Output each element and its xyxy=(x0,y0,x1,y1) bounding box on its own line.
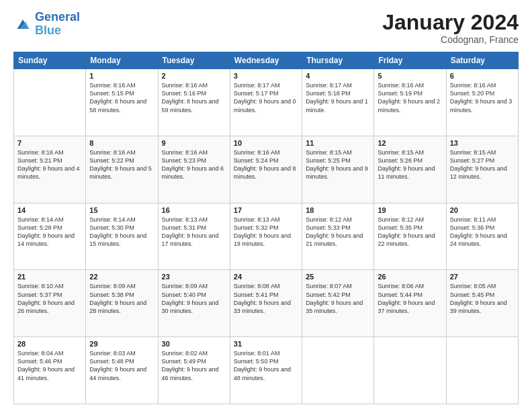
calendar-cell: 28Sunrise: 8:04 AM Sunset: 5:46 PM Dayli… xyxy=(14,337,86,404)
day-number: 31 xyxy=(234,340,298,348)
week-row: 21Sunrise: 8:10 AM Sunset: 5:37 PM Dayli… xyxy=(14,270,519,337)
calendar-cell: 22Sunrise: 8:09 AM Sunset: 5:38 PM Dayli… xyxy=(86,270,158,337)
day-number: 13 xyxy=(450,139,515,147)
cell-info: Sunrise: 8:13 AM Sunset: 5:32 PM Dayligh… xyxy=(234,216,298,248)
calendar-cell: 19Sunrise: 8:12 AM Sunset: 5:35 PM Dayli… xyxy=(374,203,446,270)
cell-info: Sunrise: 8:01 AM Sunset: 5:50 PM Dayligh… xyxy=(234,349,298,382)
day-number: 2 xyxy=(162,72,226,80)
day-number: 23 xyxy=(162,273,226,281)
day-number: 15 xyxy=(89,206,154,214)
day-number: 8 xyxy=(89,139,154,147)
cell-info: Sunrise: 8:04 AM Sunset: 5:46 PM Dayligh… xyxy=(17,349,82,382)
calendar-cell: 8Sunrise: 8:16 AM Sunset: 5:22 PM Daylig… xyxy=(86,136,158,203)
header-day-thursday: Thursday xyxy=(302,52,374,69)
cell-info: Sunrise: 8:16 AM Sunset: 5:19 PM Dayligh… xyxy=(378,81,442,114)
calendar-cell: 10Sunrise: 8:16 AM Sunset: 5:24 PM Dayli… xyxy=(230,136,302,203)
cell-info: Sunrise: 8:08 AM Sunset: 5:41 PM Dayligh… xyxy=(234,282,298,315)
day-number: 4 xyxy=(306,72,370,80)
calendar-cell: 4Sunrise: 8:17 AM Sunset: 5:18 PM Daylig… xyxy=(302,69,374,136)
calendar-cell: 6Sunrise: 8:16 AM Sunset: 5:20 PM Daylig… xyxy=(446,69,518,136)
day-number: 24 xyxy=(234,273,298,281)
day-number: 12 xyxy=(378,139,442,147)
day-number: 30 xyxy=(162,340,226,348)
day-number: 19 xyxy=(378,206,442,214)
calendar-cell: 24Sunrise: 8:08 AM Sunset: 5:41 PM Dayli… xyxy=(230,270,302,337)
cell-info: Sunrise: 8:07 AM Sunset: 5:42 PM Dayligh… xyxy=(306,282,370,315)
cell-info: Sunrise: 8:15 AM Sunset: 5:27 PM Dayligh… xyxy=(450,148,515,181)
cell-info: Sunrise: 8:06 AM Sunset: 5:44 PM Dayligh… xyxy=(378,282,442,315)
calendar-cell: 11Sunrise: 8:15 AM Sunset: 5:25 PM Dayli… xyxy=(302,136,374,203)
calendar-cell: 30Sunrise: 8:02 AM Sunset: 5:49 PM Dayli… xyxy=(158,337,230,404)
day-number: 18 xyxy=(306,206,370,214)
location: Codognan, France xyxy=(382,34,519,45)
calendar-cell: 1Sunrise: 8:16 AM Sunset: 5:15 PM Daylig… xyxy=(86,69,158,136)
cell-info: Sunrise: 8:14 AM Sunset: 5:28 PM Dayligh… xyxy=(17,216,82,248)
calendar-cell xyxy=(446,337,518,404)
day-number: 25 xyxy=(306,273,370,281)
calendar-cell: 20Sunrise: 8:11 AM Sunset: 5:36 PM Dayli… xyxy=(446,203,518,270)
logo: GeneralBlue xyxy=(13,11,80,38)
calendar-cell: 13Sunrise: 8:15 AM Sunset: 5:27 PM Dayli… xyxy=(446,136,518,203)
cell-info: Sunrise: 8:16 AM Sunset: 5:20 PM Dayligh… xyxy=(450,81,515,114)
day-number: 3 xyxy=(234,72,298,80)
day-number: 21 xyxy=(17,273,82,281)
calendar-cell xyxy=(374,337,446,404)
calendar-cell: 5Sunrise: 8:16 AM Sunset: 5:19 PM Daylig… xyxy=(374,69,446,136)
cell-info: Sunrise: 8:13 AM Sunset: 5:31 PM Dayligh… xyxy=(162,216,226,248)
cell-info: Sunrise: 8:14 AM Sunset: 5:30 PM Dayligh… xyxy=(89,216,154,248)
header: GeneralBlue January 2024 Codognan, Franc… xyxy=(13,11,519,45)
day-number: 14 xyxy=(17,206,82,214)
cell-info: Sunrise: 8:16 AM Sunset: 5:24 PM Dayligh… xyxy=(234,148,298,181)
header-day-tuesday: Tuesday xyxy=(158,52,230,69)
cell-info: Sunrise: 8:03 AM Sunset: 5:48 PM Dayligh… xyxy=(89,349,154,382)
cell-info: Sunrise: 8:17 AM Sunset: 5:18 PM Dayligh… xyxy=(306,81,370,114)
day-number: 28 xyxy=(17,340,82,348)
cell-info: Sunrise: 8:15 AM Sunset: 5:26 PM Dayligh… xyxy=(378,148,442,181)
day-number: 1 xyxy=(89,72,154,80)
day-number: 26 xyxy=(378,273,442,281)
day-number: 27 xyxy=(450,273,515,281)
week-row: 7Sunrise: 8:16 AM Sunset: 5:21 PM Daylig… xyxy=(14,136,519,203)
calendar-cell xyxy=(302,337,374,404)
header-day-friday: Friday xyxy=(374,52,446,69)
calendar-table: SundayMondayTuesdayWednesdayThursdayFrid… xyxy=(13,52,519,404)
calendar-cell: 15Sunrise: 8:14 AM Sunset: 5:30 PM Dayli… xyxy=(86,203,158,270)
day-number: 5 xyxy=(378,72,442,80)
cell-info: Sunrise: 8:11 AM Sunset: 5:36 PM Dayligh… xyxy=(450,216,515,248)
cell-info: Sunrise: 8:16 AM Sunset: 5:23 PM Dayligh… xyxy=(162,148,226,181)
day-number: 16 xyxy=(162,206,226,214)
logo-text: GeneralBlue xyxy=(35,11,80,38)
calendar-cell: 16Sunrise: 8:13 AM Sunset: 5:31 PM Dayli… xyxy=(158,203,230,270)
day-number: 9 xyxy=(162,139,226,147)
cell-info: Sunrise: 8:15 AM Sunset: 5:25 PM Dayligh… xyxy=(306,148,370,181)
header-day-wednesday: Wednesday xyxy=(230,52,302,69)
cell-info: Sunrise: 8:05 AM Sunset: 5:45 PM Dayligh… xyxy=(450,282,515,315)
cell-info: Sunrise: 8:10 AM Sunset: 5:37 PM Dayligh… xyxy=(17,282,82,315)
day-number: 29 xyxy=(89,340,154,348)
header-row: SundayMondayTuesdayWednesdayThursdayFrid… xyxy=(14,52,519,69)
calendar-cell: 7Sunrise: 8:16 AM Sunset: 5:21 PM Daylig… xyxy=(14,136,86,203)
calendar-cell: 18Sunrise: 8:12 AM Sunset: 5:33 PM Dayli… xyxy=(302,203,374,270)
cell-info: Sunrise: 8:12 AM Sunset: 5:35 PM Dayligh… xyxy=(378,216,442,248)
calendar-cell: 26Sunrise: 8:06 AM Sunset: 5:44 PM Dayli… xyxy=(374,270,446,337)
calendar-cell: 23Sunrise: 8:09 AM Sunset: 5:40 PM Dayli… xyxy=(158,270,230,337)
calendar-cell xyxy=(14,69,86,136)
cell-info: Sunrise: 8:09 AM Sunset: 5:38 PM Dayligh… xyxy=(89,282,154,315)
week-row: 14Sunrise: 8:14 AM Sunset: 5:28 PM Dayli… xyxy=(14,203,519,270)
cell-info: Sunrise: 8:17 AM Sunset: 5:17 PM Dayligh… xyxy=(234,81,298,114)
day-number: 7 xyxy=(17,139,82,147)
week-row: 28Sunrise: 8:04 AM Sunset: 5:46 PM Dayli… xyxy=(14,337,519,404)
calendar-page: GeneralBlue January 2024 Codognan, Franc… xyxy=(0,0,532,411)
header-day-saturday: Saturday xyxy=(446,52,518,69)
calendar-cell: 21Sunrise: 8:10 AM Sunset: 5:37 PM Dayli… xyxy=(14,270,86,337)
week-row: 1Sunrise: 8:16 AM Sunset: 5:15 PM Daylig… xyxy=(14,69,519,136)
calendar-cell: 27Sunrise: 8:05 AM Sunset: 5:45 PM Dayli… xyxy=(446,270,518,337)
header-day-sunday: Sunday xyxy=(14,52,86,69)
calendar-cell: 25Sunrise: 8:07 AM Sunset: 5:42 PM Dayli… xyxy=(302,270,374,337)
day-number: 17 xyxy=(234,206,298,214)
day-number: 22 xyxy=(89,273,154,281)
cell-info: Sunrise: 8:12 AM Sunset: 5:33 PM Dayligh… xyxy=(306,216,370,248)
calendar-cell: 14Sunrise: 8:14 AM Sunset: 5:28 PM Dayli… xyxy=(14,203,86,270)
cell-info: Sunrise: 8:02 AM Sunset: 5:49 PM Dayligh… xyxy=(162,349,226,382)
calendar-cell: 17Sunrise: 8:13 AM Sunset: 5:32 PM Dayli… xyxy=(230,203,302,270)
